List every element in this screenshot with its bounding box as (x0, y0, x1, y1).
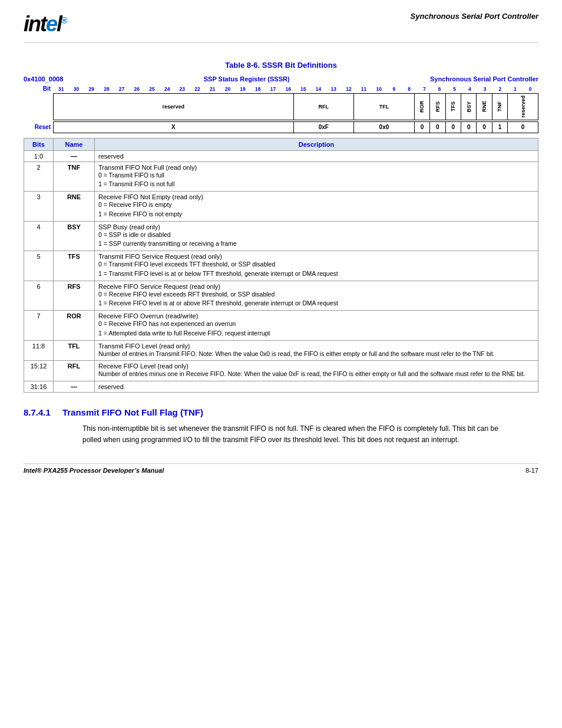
cell-name: RFL (54, 361, 95, 381)
bit-number-cells: 3130292827262524232221201918171615141312… (53, 86, 538, 92)
cell-name: ROR (54, 311, 95, 341)
field-reserved: reserved (507, 93, 538, 120)
bit-num-25: 25 (144, 86, 160, 92)
reset-val-4: 0 (429, 121, 445, 133)
bit-num-13: 13 (326, 86, 341, 92)
reset-val-2: 0x0 (353, 121, 414, 133)
cell-desc: Transmit FIFO Level (read only)Number of… (95, 340, 538, 361)
reset-val-0: X (53, 121, 293, 133)
reset-val-7: 0 (476, 121, 491, 133)
bit-num-12: 12 (341, 86, 356, 92)
cell-bits: 1:0 (24, 150, 54, 162)
field-ror: ROR (414, 93, 429, 120)
cell-name: TFS (54, 251, 95, 281)
section-body: This non-interruptible bit is set whenev… (82, 423, 515, 446)
register-controller: Synchronous Serial Port Controller (430, 75, 538, 83)
cell-bits: 6 (24, 281, 54, 311)
cell-bits: 15:12 (24, 361, 54, 381)
register-diagram-row: reservedRFLTFLRORRFSTFSBSYRNETNFreserved (24, 93, 538, 120)
table-row: 6RFSReceive FIFO Service Request (read o… (24, 281, 538, 311)
bit-num-10: 10 (371, 86, 386, 92)
bit-num-20: 20 (220, 86, 236, 92)
cell-bits: 3 (24, 192, 54, 222)
reset-row: Reset X0xF0x00000010 (24, 121, 538, 133)
cell-bits: 31:16 (24, 381, 54, 393)
bit-num-17: 17 (266, 86, 281, 92)
bit-num-15: 15 (296, 86, 311, 92)
table-body: 1:0—reserved2TNFTransmit FIFO Not Full (… (24, 150, 538, 393)
bit-num-22: 22 (190, 86, 205, 92)
bit-num-27: 27 (114, 86, 130, 92)
cell-desc: Receive FIFO Overrun (read/write)0 = Rec… (95, 311, 538, 341)
bit-num-31: 31 (54, 86, 69, 92)
section-heading: 8.7.4.1 Transmit FIFO Not Full Flag (TNF… (24, 407, 538, 417)
bit-num-30: 30 (69, 86, 84, 92)
bit-num-11: 11 (356, 86, 372, 92)
reset-val-3: 0 (414, 121, 429, 133)
bit-num-9: 9 (386, 86, 402, 92)
cell-bits: 11:8 (24, 340, 54, 361)
cell-desc: SSP Busy (read only)0 = SSP is idle or d… (95, 221, 538, 251)
definitions-table: Bits Name Description 1:0—reserved2TNFTr… (24, 138, 538, 393)
table-title: Table 8-6. SSSR Bit Definitions (24, 61, 538, 70)
bit-num-14: 14 (311, 86, 326, 92)
cell-desc: reserved (95, 150, 538, 162)
bit-num-16: 16 (280, 86, 296, 92)
page-header: intel® Synchronous Serial Port Controlle… (24, 12, 538, 43)
field-rfl: RFL (293, 93, 354, 120)
reset-label: Reset (24, 124, 53, 130)
page-footer: Intel® PXA255 Processor Developer’s Manu… (24, 463, 538, 474)
table-row: 7RORReceive FIFO Overrun (read/write)0 =… (24, 311, 538, 341)
field-tfl: TFL (353, 93, 414, 120)
field-rne: RNE (476, 93, 491, 120)
cell-desc: Transmit FIFO Service Request (read only… (95, 251, 538, 281)
reset-val-9: 0 (507, 121, 538, 133)
reset-val-5: 0 (445, 121, 461, 133)
bit-num-2: 2 (492, 86, 508, 92)
field-rfs: RFS (429, 93, 445, 120)
bit-num-5: 5 (447, 86, 462, 92)
register-address: 0x4100_0008 (24, 75, 63, 83)
bit-label: Bit (24, 85, 53, 92)
section-title: Transmit FIFO Not Full Flag (TNF) (62, 407, 203, 417)
table-row: 5TFSTransmit FIFO Service Request (read … (24, 251, 538, 281)
register-fields: reservedRFLTFLRORRFSTFSBSYRNETNFreserved (53, 93, 538, 120)
bit-num-19: 19 (235, 86, 250, 92)
logo-text: intel® (24, 12, 66, 36)
cell-desc: Receive FIFO Not Empty (read only)0 = Re… (95, 192, 538, 222)
register-header: 0x4100_0008 SSP Status Register (SSSR) S… (24, 75, 538, 83)
cell-desc: reserved (95, 381, 538, 393)
bit-num-28: 28 (99, 86, 114, 92)
bit-numbers-row: Bit 313029282726252423222120191817161514… (24, 85, 538, 92)
footer-left: Intel® PXA255 Processor Developer’s Manu… (24, 467, 164, 474)
bit-num-7: 7 (417, 86, 432, 92)
reset-val-6: 0 (461, 121, 476, 133)
header-title: Synchronous Serial Port Controller (411, 12, 538, 21)
cell-desc: Receive FIFO Service Request (read only)… (95, 281, 538, 311)
cell-desc: Transmit FIFO Not Full (read only)0 = Tr… (95, 162, 538, 192)
register-name: SSP Status Register (SSSR) (204, 75, 290, 83)
bit-num-0: 0 (523, 86, 538, 92)
bit-num-24: 24 (160, 86, 175, 92)
table-header-row: Bits Name Description (24, 138, 538, 150)
cell-bits: 5 (24, 251, 54, 281)
cell-bits: 4 (24, 221, 54, 251)
cell-bits: 2 (24, 162, 54, 192)
intel-logo: intel® (24, 12, 66, 37)
table-row: 31:16—reserved (24, 381, 538, 393)
bit-num-26: 26 (129, 86, 144, 92)
col-bits: Bits (24, 138, 54, 150)
bit-num-6: 6 (432, 86, 447, 92)
bit-num-29: 29 (84, 86, 99, 92)
bit-num-23: 23 (175, 86, 190, 92)
cell-name: TNF (54, 162, 95, 192)
bit-num-18: 18 (250, 86, 266, 92)
cell-name: RFS (54, 281, 95, 311)
field-tnf: TNF (492, 93, 507, 120)
cell-name: TFL (54, 340, 95, 361)
reset-val-8: 1 (492, 121, 507, 133)
bit-num-21: 21 (205, 86, 220, 92)
field-reserved: reserved (53, 93, 293, 120)
footer-right: 8-17 (525, 467, 538, 474)
section-number: 8.7.4.1 (24, 407, 51, 417)
